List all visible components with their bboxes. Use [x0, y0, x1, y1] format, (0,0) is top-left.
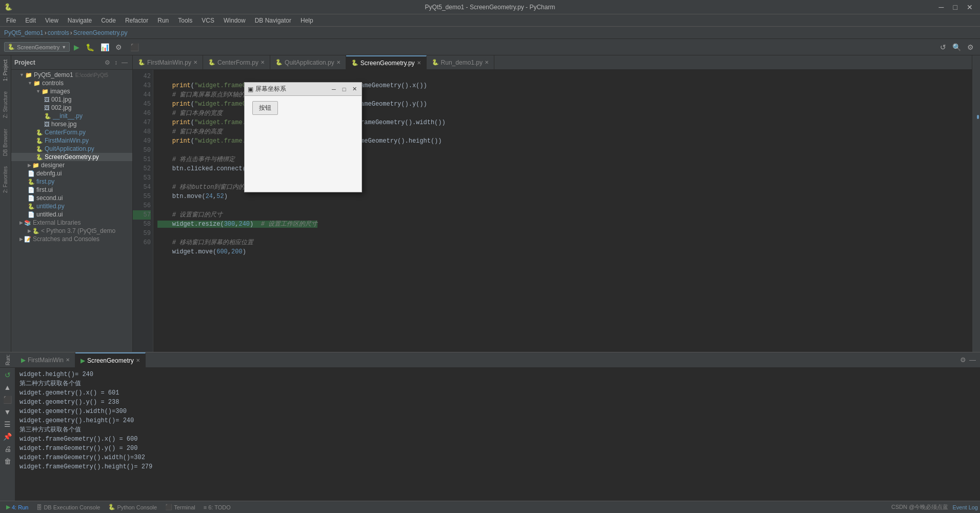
menu-run[interactable]: Run: [153, 16, 173, 25]
tab-quitapp[interactable]: 🐍 QuitApplication.py ✕: [270, 55, 346, 70]
run-tab-firstmainwin-close[interactable]: ✕: [66, 357, 70, 363]
tree-scratches[interactable]: ▶ 📝 Scratches and Consoles: [11, 235, 132, 243]
menu-help[interactable]: Help: [296, 16, 317, 25]
bottom-tab-db-console[interactable]: 🗄 DB Execution Console: [32, 501, 104, 514]
tree-002jpg[interactable]: 🖼 002.jpg: [11, 104, 132, 112]
run-line-6: widget.geometry().height()= 240: [19, 416, 976, 425]
window-title: PyQt5_demo1 - ScreenGeometry.py - PyChar…: [425, 4, 555, 11]
dialog-controls: ─ □ ✕: [330, 85, 358, 93]
tab-screengeometry-close[interactable]: ✕: [417, 60, 421, 66]
run-settings-icon[interactable]: ⚙: [960, 356, 966, 364]
dialog-maximize[interactable]: □: [340, 85, 348, 93]
tree-firstui[interactable]: 📄 first.ui: [11, 186, 132, 194]
bottom-tab-run[interactable]: ▶ 4: Run: [2, 501, 32, 514]
menu-edit[interactable]: Edit: [21, 16, 40, 25]
run-tab-firstmainwin[interactable]: ▶ FirstMainWin ✕: [16, 352, 75, 368]
menu-view[interactable]: View: [41, 16, 63, 25]
tree-initpy[interactable]: 🐍 __init__.py: [11, 112, 132, 120]
tree-untitledpy[interactable]: 🐍 untitled.py: [11, 202, 132, 210]
app-icon: 🐍: [4, 3, 12, 11]
menu-file[interactable]: File: [2, 16, 20, 25]
breadcrumb-controls[interactable]: controls: [48, 29, 69, 36]
run-tab-screengeometry-close[interactable]: ✕: [136, 358, 140, 363]
db-browser-sidebar[interactable]: DB Browser: [2, 127, 9, 158]
menu-tools[interactable]: Tools: [174, 16, 196, 25]
run-sort-button[interactable]: ☰: [3, 419, 12, 429]
menu-vcs[interactable]: VCS: [197, 16, 218, 25]
menu-window[interactable]: Window: [219, 16, 250, 25]
project-close-icon[interactable]: —: [120, 58, 129, 67]
menu-code[interactable]: Code: [97, 16, 120, 25]
coverage-button[interactable]: 📊: [98, 42, 111, 52]
tab-centerform-close[interactable]: ✕: [261, 60, 265, 65]
run-config-selector[interactable]: 🐍 ScreenGeometry ▼: [4, 42, 70, 52]
run-panel-close-icon[interactable]: —: [969, 356, 976, 364]
tab-rundemo1[interactable]: 🐍 Run_demo1.py ✕: [427, 55, 494, 70]
build-button[interactable]: ↺: [938, 42, 948, 52]
todo-icon: ≡: [204, 504, 207, 510]
tab-quitapp-close[interactable]: ✕: [336, 60, 341, 65]
project-settings-icon[interactable]: ⚙: [103, 58, 112, 67]
run-pin-button[interactable]: 📌: [2, 431, 13, 442]
run-clear-button[interactable]: 🗑: [3, 456, 12, 466]
menu-refactor[interactable]: Refactor: [121, 16, 152, 25]
bottom-tab-terminal[interactable]: ⬛ Terminal: [161, 501, 199, 514]
run-filter-button[interactable]: 🖨: [3, 444, 12, 454]
tree-horsejpg[interactable]: 🖼 horse.jpg: [11, 120, 132, 128]
tab-firstmainwin-close[interactable]: ✕: [193, 60, 197, 65]
search-everywhere-button[interactable]: 🔍: [950, 42, 963, 52]
dialog-close[interactable]: ✕: [350, 85, 358, 93]
tree-root[interactable]: ▼ 📁 PyQt5_demo1 E:\code\PyQt5: [11, 71, 132, 79]
run-up-button[interactable]: ▲: [3, 382, 12, 392]
run-tab-screengeometry[interactable]: ▶ ScreenGeometry ✕: [75, 352, 146, 368]
event-log-label[interactable]: Event Log: [952, 504, 978, 510]
run-sidebar-label[interactable]: Run:: [4, 354, 12, 365]
tab-screengeometry[interactable]: 🐍 ScreenGeometry.py ✕: [346, 55, 427, 70]
menu-db-navigator[interactable]: DB Navigator: [251, 16, 295, 25]
tree-debnfgui[interactable]: 📄 debnfg.ui: [11, 169, 132, 177]
maximize-button[interactable]: □: [950, 3, 961, 11]
tree-001jpg[interactable]: 🖼 001.jpg: [11, 95, 132, 104]
tree-untitledui[interactable]: 📄 untitled.ui: [11, 210, 132, 219]
debug-button[interactable]: 🐛: [84, 42, 96, 52]
menu-navigate[interactable]: Navigate: [64, 16, 96, 25]
tree-firstmainwin[interactable]: 🐍 FirstMainWin.py: [11, 136, 132, 145]
dialog-title-bar[interactable]: ▣ 屏幕坐标系 ─ □ ✕: [245, 83, 362, 96]
tree-firstpy[interactable]: 🐍 first.py: [11, 177, 132, 186]
tab-firstmainwin[interactable]: 🐍 FirstMainWin.py ✕: [133, 55, 203, 70]
tree-quitapp[interactable]: 🐍 QuitApplication.py: [11, 145, 132, 153]
run-button[interactable]: ▶: [72, 42, 82, 52]
tab-centerform[interactable]: 🐍 CenterForm.py ✕: [203, 55, 270, 70]
favorites-sidebar[interactable]: 2: Favorites: [2, 164, 9, 195]
settings-button[interactable]: ⚙: [965, 42, 976, 52]
structure-tab-sidebar[interactable]: Z: Structure: [2, 89, 9, 120]
stop-run-button[interactable]: ⬛: [2, 394, 13, 405]
dialog-action-button[interactable]: 按钮: [252, 101, 278, 115]
breadcrumb-root[interactable]: PyQt5_demo1: [4, 29, 44, 36]
tree-images[interactable]: ▼ 📁 images: [11, 87, 132, 95]
close-button[interactable]: ✕: [964, 3, 976, 11]
tab-firstmainwin-label: FirstMainWin.py: [147, 59, 191, 66]
tree-centerform[interactable]: 🐍 CenterForm.py: [11, 128, 132, 136]
minimize-button[interactable]: ─: [936, 3, 947, 11]
tree-controls[interactable]: ▼ 📁 controls: [11, 79, 132, 87]
dialog-minimize[interactable]: ─: [330, 85, 338, 93]
run-tab-screengeometry-label: ScreenGeometry: [87, 357, 134, 364]
tree-designer[interactable]: ▶ 📁 designer: [11, 161, 132, 169]
project-tab-sidebar[interactable]: 1: Project: [2, 57, 9, 83]
tree-root-label: PyQt5_demo1: [34, 71, 73, 78]
project-collapse-icon[interactable]: ↕: [113, 58, 119, 67]
tree-external-libraries[interactable]: ▶ 📚 External Libraries: [11, 219, 132, 227]
bottom-tab-python-console[interactable]: 🐍 Python Console: [104, 501, 161, 514]
rerun-button[interactable]: ↺: [4, 370, 12, 380]
tree-secondui[interactable]: 📄 second.ui: [11, 194, 132, 202]
tree-python37[interactable]: ▶ 🐍 < Python 3.7 (PyQt5_demo: [11, 227, 132, 235]
tree-screengeometry[interactable]: 🐍 ScreenGeometry.py: [11, 153, 132, 161]
run-line-11: widget.frameGeometry().height()= 279: [19, 462, 976, 471]
profile-button[interactable]: ⚙: [113, 42, 124, 52]
bottom-tab-todo[interactable]: ≡ 6: TODO: [199, 501, 235, 514]
breadcrumb-file[interactable]: ScreenGeometry.py: [73, 29, 128, 36]
run-down-button[interactable]: ▼: [3, 407, 12, 417]
stop-button[interactable]: ⬛: [128, 42, 141, 52]
tab-rundemo1-close[interactable]: ✕: [485, 60, 489, 65]
